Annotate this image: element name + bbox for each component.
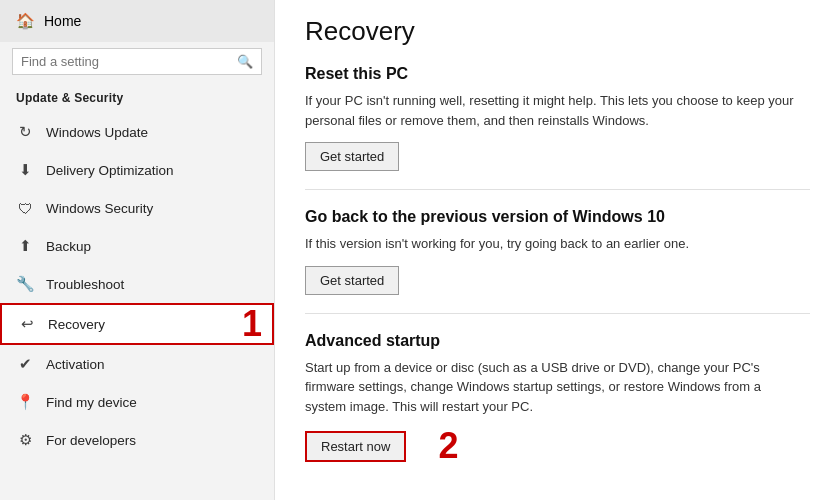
search-box[interactable]: 🔍 [12,48,262,75]
reset-pc-heading: Reset this PC [305,65,810,83]
reset-pc-section: Reset this PC If your PC isn't running w… [305,65,810,171]
advanced-startup-description: Start up from a device or disc (such as … [305,358,805,417]
find-device-icon: 📍 [16,393,34,411]
activation-icon: ✔ [16,355,34,373]
sidebar-item-label: Find my device [46,395,137,410]
sidebar-item-backup[interactable]: ⬆ Backup [0,227,274,265]
sidebar-section-title: Update & Security [0,85,274,113]
go-back-heading: Go back to the previous version of Windo… [305,208,810,226]
sidebar-item-label: Recovery [48,317,105,332]
sidebar-item-recovery[interactable]: ↩ Recovery 1 [0,303,274,345]
sidebar-item-label: Troubleshoot [46,277,124,292]
backup-icon: ⬆ [16,237,34,255]
sidebar-item-windows-update[interactable]: ↻ Windows Update [0,113,274,151]
sidebar-item-label: Windows Security [46,201,153,216]
restart-now-button[interactable]: Restart now [305,431,406,462]
go-back-description: If this version isn't working for you, t… [305,234,805,254]
developers-icon: ⚙ [16,431,34,449]
annotation-2: 2 [438,428,458,464]
sidebar-item-for-developers[interactable]: ⚙ For developers [0,421,274,459]
sidebar-item-troubleshoot[interactable]: 🔧 Troubleshoot [0,265,274,303]
sidebar-item-label: Delivery Optimization [46,163,174,178]
sidebar-item-label: Backup [46,239,91,254]
sidebar-item-find-my-device[interactable]: 📍 Find my device [0,383,274,421]
main-content: Recovery Reset this PC If your PC isn't … [275,0,840,500]
search-input[interactable] [21,54,231,69]
recovery-icon: ↩ [18,315,36,333]
advanced-startup-section: Advanced startup Start up from a device … [305,332,810,465]
sidebar-item-delivery-optimization[interactable]: ⬇ Delivery Optimization [0,151,274,189]
divider-1 [305,189,810,190]
home-icon: 🏠 [16,12,34,30]
go-back-button[interactable]: Get started [305,266,399,295]
sidebar-item-label: Windows Update [46,125,148,140]
sidebar: 🏠 Home 🔍 Update & Security ↻ Windows Upd… [0,0,275,500]
home-label: Home [44,13,81,29]
wrench-icon: 🔧 [16,275,34,293]
reset-pc-description: If your PC isn't running well, resetting… [305,91,805,130]
update-icon: ↻ [16,123,34,141]
sidebar-item-label: Activation [46,357,105,372]
page-title: Recovery [305,16,810,47]
divider-2 [305,313,810,314]
search-icon: 🔍 [237,54,253,69]
shield-icon: 🛡 [16,199,34,217]
go-back-section: Go back to the previous version of Windo… [305,208,810,295]
reset-pc-button[interactable]: Get started [305,142,399,171]
delivery-icon: ⬇ [16,161,34,179]
advanced-startup-heading: Advanced startup [305,332,810,350]
sidebar-item-home[interactable]: 🏠 Home [0,0,274,42]
annotation-1: 1 [242,306,262,342]
sidebar-item-windows-security[interactable]: 🛡 Windows Security [0,189,274,227]
sidebar-item-activation[interactable]: ✔ Activation [0,345,274,383]
sidebar-item-label: For developers [46,433,136,448]
restart-row: Restart now 2 [305,428,810,464]
